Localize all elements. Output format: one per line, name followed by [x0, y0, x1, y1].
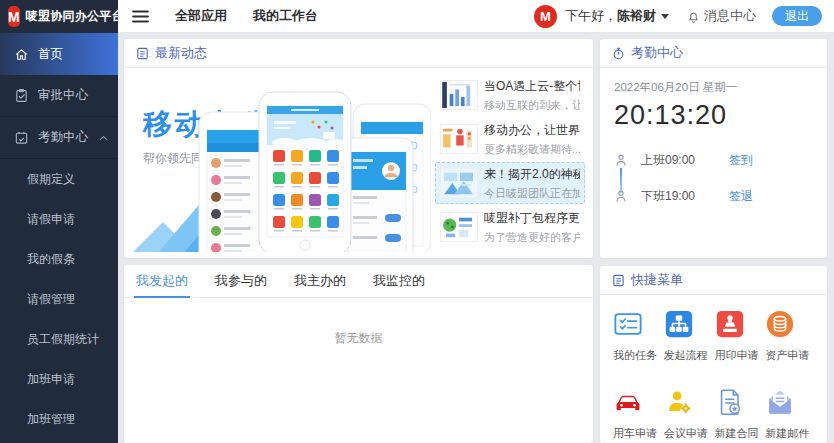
news-item[interactable]: 唛盟补丁包程序更新 为了营造更好的客户体验，唛 — [435, 206, 585, 248]
quick-item-asset-request[interactable]: 资产申请 — [764, 309, 815, 363]
quick-item-label: 我的任务 — [613, 348, 657, 363]
sidebar-item-leave-management[interactable]: 请假管理 — [0, 279, 118, 319]
quick-item-label: 会议申请 — [664, 426, 708, 441]
sidebar-item-my-leave-slips[interactable]: 我的假条 — [0, 239, 118, 279]
tab-monitored-by-me[interactable]: 我监控的 — [373, 265, 425, 297]
empty-state-text: 暂无数据 — [124, 298, 593, 347]
workflow-tabs-panel: 我发起的 我参与的 我主办的 我监控的 暂无数据 — [124, 265, 593, 443]
checkout-link[interactable]: 签退 — [729, 188, 753, 205]
quick-menu-grid: 我的任务 发起流程 用印申请 资产申请 用车申请 会议申请 — [600, 295, 827, 441]
sidebar-item-label: 我的假条 — [27, 251, 75, 268]
sidebar-item-label: 加班申请 — [27, 371, 75, 388]
document-icon — [136, 47, 149, 60]
user-avatar[interactable]: M — [534, 5, 557, 28]
quick-item-label: 发起流程 — [664, 348, 708, 363]
message-center-link[interactable]: 消息中心 — [704, 7, 756, 25]
mobile-office-banner[interactable]: 移动办公 帮你领先同行 把工作带出办公室 — [129, 73, 431, 252]
header-user-area: M 下午好，陈裕财 消息中心 退出 — [534, 5, 822, 28]
attendance-row-checkout: 下班19:00 签退 — [614, 183, 813, 209]
sidebar-item-label: 请假申请 — [27, 211, 75, 228]
panel-title: 考勤中心 — [631, 44, 683, 62]
quick-item-label: 新建合同 — [715, 426, 759, 441]
sidebar: 首页 审批中心 考勤中心 假期定义 请假申请 我的假条 请假管理 员工假期统计 … — [0, 33, 118, 443]
attendance-body: 2022年06月20日 星期一 20:13:20 上班09:00 签到 下班19… — [600, 68, 827, 215]
greeting-prefix: 下午好， — [565, 8, 617, 23]
quick-item-new-contract[interactable]: 新建合同 — [714, 387, 765, 441]
news-list: 当OA遇上云-整个协同OA 移动互联的到来，让OA与云 移动办公，让世界触手可 … — [435, 73, 585, 252]
news-item[interactable]: 移动办公，让世界触手可 更多精彩敬请期待........ — [435, 118, 585, 160]
car-icon — [613, 387, 643, 417]
attendance-date: 2022年06月20日 星期一 — [614, 80, 813, 95]
sidebar-item-label: 加班管理 — [27, 411, 75, 428]
sidebar-item-overtime-management[interactable]: 加班管理 — [0, 399, 118, 439]
sidebar-item-label: 首页 — [38, 46, 63, 63]
quick-item-label: 用印申请 — [715, 348, 759, 363]
quick-menu-header: 快捷菜单 — [600, 266, 827, 295]
sidebar-item-label: 审批中心 — [38, 87, 88, 104]
menu-toggle-icon[interactable] — [132, 10, 149, 23]
mail-icon — [765, 387, 795, 417]
chevron-down-icon[interactable] — [661, 14, 669, 19]
calendar-check-icon — [14, 130, 29, 145]
quick-item-my-tasks[interactable]: 我的任务 — [612, 309, 663, 363]
quick-item-new-mail[interactable]: 新建邮件 — [764, 387, 815, 441]
news-subtitle: 更多精彩敬请期待........ — [484, 142, 580, 157]
nav-all-apps[interactable]: 全部应用 — [175, 7, 227, 25]
meeting-icon — [664, 387, 694, 417]
stopwatch-icon — [612, 47, 625, 60]
checkin-link[interactable]: 签到 — [729, 152, 753, 169]
tab-hosted-by-me[interactable]: 我主办的 — [294, 265, 346, 297]
latest-news-body: 移动办公 帮你领先同行 把工作带出办公室 — [124, 68, 593, 257]
news-thumbnail — [440, 80, 478, 110]
news-subtitle: 今日唛盟团队正在加班加点， — [484, 186, 580, 201]
quick-item-seal-request[interactable]: 用印申请 — [714, 309, 765, 363]
oa-platform-page: M 唛盟协同办公平台 全部应用 我的工作台 M 下午好，陈裕财 消息中心 退出 … — [0, 0, 834, 443]
latest-news-panel: 最新动态 移动办公 帮你领先同行 把工作带出办公室 — [124, 39, 593, 258]
user-name: 陈裕财 — [617, 8, 656, 23]
news-thumbnail — [440, 212, 478, 242]
bell-icon[interactable] — [687, 10, 700, 23]
logo-m-icon: M — [8, 6, 20, 27]
clipboard-check-icon — [14, 88, 29, 103]
sidebar-item-home[interactable]: 首页 — [0, 33, 118, 75]
quick-item-start-process[interactable]: 发起流程 — [663, 309, 714, 363]
tabs-row: 我发起的 我参与的 我主办的 我监控的 — [124, 265, 593, 298]
sidebar-item-label: 假期定义 — [27, 171, 75, 188]
news-subtitle: 移动互联的到来，让OA与云 — [484, 98, 580, 113]
flow-icon — [664, 309, 694, 339]
news-subtitle: 为了营造更好的客户体验，唛 — [484, 230, 580, 245]
asset-icon — [765, 309, 795, 339]
sidebar-item-label: 考勤中心 — [38, 129, 88, 146]
tasks-icon — [613, 309, 643, 339]
quick-item-meeting-request[interactable]: 会议申请 — [663, 387, 714, 441]
sidebar-item-holiday-definition[interactable]: 假期定义 — [0, 159, 118, 199]
attendance-header: 考勤中心 — [600, 39, 827, 68]
quick-item-vehicle-request[interactable]: 用车申请 — [612, 387, 663, 441]
chevron-up-icon — [99, 135, 108, 141]
banner-phones-illustration — [195, 84, 431, 252]
panel-title: 最新动态 — [155, 44, 207, 62]
news-item[interactable]: 当OA遇上云-整个协同OA 移动互联的到来，让OA与云 — [435, 74, 585, 116]
sidebar-item-employee-holiday-stats[interactable]: 员工假期统计 — [0, 319, 118, 359]
sidebar-item-attendance-center[interactable]: 考勤中心 — [0, 117, 118, 159]
sidebar-item-leave-request[interactable]: 请假申请 — [0, 199, 118, 239]
document-icon — [612, 274, 625, 287]
user-greeting[interactable]: 下午好，陈裕财 — [565, 7, 656, 25]
quick-item-label: 用车申请 — [613, 426, 657, 441]
quick-item-label: 资产申请 — [765, 348, 809, 363]
sidebar-item-label: 请假管理 — [27, 291, 75, 308]
sidebar-item-overtime-request[interactable]: 加班申请 — [0, 359, 118, 399]
quick-item-label: 新建邮件 — [765, 426, 809, 441]
stamp-icon — [715, 309, 745, 339]
person-icon — [614, 189, 628, 203]
news-title: 当OA遇上云-整个协同OA — [484, 78, 580, 95]
nav-my-workspace[interactable]: 我的工作台 — [253, 7, 318, 25]
tab-initiated-by-me[interactable]: 我发起的 — [136, 265, 188, 297]
logout-button[interactable]: 退出 — [772, 6, 822, 26]
contract-icon — [715, 387, 745, 417]
sidebar-item-approval-center[interactable]: 审批中心 — [0, 75, 118, 117]
latest-news-header: 最新动态 — [124, 39, 593, 68]
quick-menu-panel: 快捷菜单 我的任务 发起流程 用印申请 资产申请 用车申请 — [600, 266, 827, 443]
tab-participated-by-me[interactable]: 我参与的 — [215, 265, 267, 297]
news-item-selected[interactable]: 来！揭开2.0的神秘面纱- 今日唛盟团队正在加班加点， — [435, 162, 585, 204]
